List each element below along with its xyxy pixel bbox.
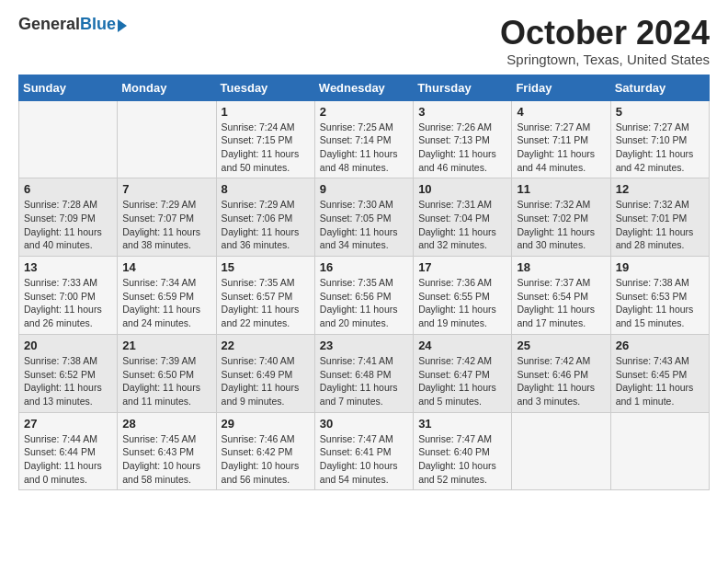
day-number: 24 — [418, 339, 506, 352]
day-info: Sunrise: 7:34 AMSunset: 6:59 PMDaylight:… — [122, 276, 210, 330]
day-info: Sunrise: 7:30 AMSunset: 7:05 PMDaylight:… — [320, 198, 408, 252]
day-cell: 3Sunrise: 7:26 AMSunset: 7:13 PMDaylight… — [414, 100, 512, 178]
day-number: 28 — [122, 417, 210, 431]
week-row-4: 20Sunrise: 7:38 AMSunset: 6:52 PMDayligh… — [19, 334, 710, 412]
day-number: 2 — [320, 105, 408, 119]
day-cell: 28Sunrise: 7:45 AMSunset: 6:43 PMDayligh… — [118, 412, 216, 490]
day-number: 14 — [122, 260, 210, 274]
day-number: 26 — [616, 339, 704, 352]
day-cell: 4Sunrise: 7:27 AMSunset: 7:11 PMDaylight… — [512, 100, 610, 178]
day-info: Sunrise: 7:43 AMSunset: 6:45 PMDaylight:… — [616, 354, 704, 408]
day-info: Sunrise: 7:35 AMSunset: 6:56 PMDaylight:… — [320, 276, 408, 330]
day-info: Sunrise: 7:29 AMSunset: 7:06 PMDaylight:… — [222, 198, 310, 252]
day-number: 19 — [616, 260, 704, 274]
day-cell: 31Sunrise: 7:47 AMSunset: 6:40 PMDayligh… — [414, 412, 512, 490]
day-cell: 30Sunrise: 7:47 AMSunset: 6:41 PMDayligh… — [314, 412, 413, 490]
day-cell: 29Sunrise: 7:46 AMSunset: 6:42 PMDayligh… — [216, 412, 314, 490]
day-info: Sunrise: 7:45 AMSunset: 6:43 PMDaylight:… — [122, 432, 210, 487]
day-number: 4 — [517, 105, 605, 119]
week-row-2: 6Sunrise: 7:28 AMSunset: 7:09 PMDaylight… — [19, 178, 710, 257]
week-row-3: 13Sunrise: 7:33 AMSunset: 7:00 PMDayligh… — [19, 257, 710, 335]
day-info: Sunrise: 7:47 AMSunset: 6:40 PMDaylight:… — [418, 432, 506, 487]
day-info: Sunrise: 7:47 AMSunset: 6:41 PMDaylight:… — [320, 432, 408, 487]
header-day-tuesday: Tuesday — [216, 75, 314, 100]
day-number: 8 — [222, 182, 310, 196]
calendar-table: SundayMondayTuesdayWednesdayThursdayFrid… — [18, 75, 710, 491]
day-cell: 13Sunrise: 7:33 AMSunset: 7:00 PMDayligh… — [19, 257, 118, 335]
day-number: 22 — [222, 339, 310, 352]
day-cell: 21Sunrise: 7:39 AMSunset: 6:50 PMDayligh… — [118, 334, 216, 412]
header-day-thursday: Thursday — [414, 75, 512, 100]
day-cell: 5Sunrise: 7:27 AMSunset: 7:10 PMDaylight… — [610, 100, 709, 178]
day-info: Sunrise: 7:35 AMSunset: 6:57 PMDaylight:… — [222, 276, 310, 330]
day-cell: 6Sunrise: 7:28 AMSunset: 7:09 PMDaylight… — [19, 178, 118, 257]
day-info: Sunrise: 7:38 AMSunset: 6:52 PMDaylight:… — [24, 354, 112, 408]
day-number: 16 — [320, 260, 408, 274]
day-info: Sunrise: 7:32 AMSunset: 7:02 PMDaylight:… — [517, 198, 605, 252]
day-number: 9 — [320, 182, 408, 196]
day-number: 10 — [418, 182, 506, 196]
day-info: Sunrise: 7:28 AMSunset: 7:09 PMDaylight:… — [24, 198, 112, 252]
month-title: October 2024 — [500, 15, 710, 52]
day-number: 21 — [122, 339, 210, 352]
day-info: Sunrise: 7:29 AMSunset: 7:07 PMDaylight:… — [122, 198, 210, 252]
day-number: 7 — [122, 182, 210, 196]
day-cell — [19, 100, 118, 178]
day-cell: 26Sunrise: 7:43 AMSunset: 6:45 PMDayligh… — [610, 334, 709, 412]
day-number: 12 — [616, 182, 704, 196]
day-number: 5 — [616, 105, 704, 119]
day-number: 18 — [517, 260, 605, 274]
day-info: Sunrise: 7:46 AMSunset: 6:42 PMDaylight:… — [222, 432, 310, 487]
header-day-wednesday: Wednesday — [314, 75, 413, 100]
day-info: Sunrise: 7:27 AMSunset: 7:11 PMDaylight:… — [517, 121, 605, 175]
day-info: Sunrise: 7:27 AMSunset: 7:10 PMDaylight:… — [616, 121, 704, 175]
title-block: October 2024 Springtown, Texas, United S… — [500, 15, 710, 67]
day-cell: 2Sunrise: 7:25 AMSunset: 7:14 PMDaylight… — [314, 100, 413, 178]
day-number: 25 — [517, 339, 605, 352]
header-day-friday: Friday — [512, 75, 610, 100]
day-number: 30 — [320, 417, 408, 431]
day-number: 27 — [24, 417, 112, 431]
logo-general-text: General — [18, 15, 80, 34]
day-info: Sunrise: 7:24 AMSunset: 7:15 PMDaylight:… — [222, 121, 310, 175]
week-row-1: 1Sunrise: 7:24 AMSunset: 7:15 PMDaylight… — [19, 100, 710, 178]
day-cell: 19Sunrise: 7:38 AMSunset: 6:53 PMDayligh… — [610, 257, 709, 335]
day-cell: 16Sunrise: 7:35 AMSunset: 6:56 PMDayligh… — [314, 257, 413, 335]
header: General Blue October 2024 Springtown, Te… — [18, 15, 710, 67]
day-info: Sunrise: 7:40 AMSunset: 6:49 PMDaylight:… — [222, 354, 310, 408]
logo-arrow-icon — [118, 19, 127, 32]
day-info: Sunrise: 7:25 AMSunset: 7:14 PMDaylight:… — [320, 121, 408, 175]
day-info: Sunrise: 7:26 AMSunset: 7:13 PMDaylight:… — [418, 121, 506, 175]
header-row: SundayMondayTuesdayWednesdayThursdayFrid… — [19, 75, 710, 100]
day-cell: 27Sunrise: 7:44 AMSunset: 6:44 PMDayligh… — [19, 412, 118, 490]
day-cell: 18Sunrise: 7:37 AMSunset: 6:54 PMDayligh… — [512, 257, 610, 335]
day-info: Sunrise: 7:41 AMSunset: 6:48 PMDaylight:… — [320, 354, 408, 408]
day-number: 29 — [222, 417, 310, 431]
day-cell: 1Sunrise: 7:24 AMSunset: 7:15 PMDaylight… — [216, 100, 314, 178]
day-info: Sunrise: 7:38 AMSunset: 6:53 PMDaylight:… — [616, 276, 704, 330]
day-cell: 10Sunrise: 7:31 AMSunset: 7:04 PMDayligh… — [414, 178, 512, 257]
day-info: Sunrise: 7:33 AMSunset: 7:00 PMDaylight:… — [24, 276, 112, 330]
day-number: 11 — [517, 182, 605, 196]
day-info: Sunrise: 7:42 AMSunset: 6:46 PMDaylight:… — [517, 354, 605, 408]
day-info: Sunrise: 7:44 AMSunset: 6:44 PMDaylight:… — [24, 432, 112, 487]
day-number: 31 — [418, 417, 506, 431]
day-number: 20 — [24, 339, 112, 352]
day-info: Sunrise: 7:42 AMSunset: 6:47 PMDaylight:… — [418, 354, 506, 408]
header-day-saturday: Saturday — [610, 75, 709, 100]
day-cell: 11Sunrise: 7:32 AMSunset: 7:02 PMDayligh… — [512, 178, 610, 257]
day-cell — [118, 100, 216, 178]
logo: General Blue — [18, 15, 127, 34]
day-info: Sunrise: 7:36 AMSunset: 6:55 PMDaylight:… — [418, 276, 506, 330]
day-number: 6 — [24, 182, 112, 196]
day-number: 3 — [418, 105, 506, 119]
day-cell: 14Sunrise: 7:34 AMSunset: 6:59 PMDayligh… — [118, 257, 216, 335]
day-number: 17 — [418, 260, 506, 274]
day-info: Sunrise: 7:31 AMSunset: 7:04 PMDaylight:… — [418, 198, 506, 252]
day-number: 15 — [222, 260, 310, 274]
day-cell: 12Sunrise: 7:32 AMSunset: 7:01 PMDayligh… — [610, 178, 709, 257]
header-day-monday: Monday — [118, 75, 216, 100]
day-cell: 9Sunrise: 7:30 AMSunset: 7:05 PMDaylight… — [314, 178, 413, 257]
logo-blue-text: Blue — [80, 15, 116, 34]
day-cell: 23Sunrise: 7:41 AMSunset: 6:48 PMDayligh… — [314, 334, 413, 412]
